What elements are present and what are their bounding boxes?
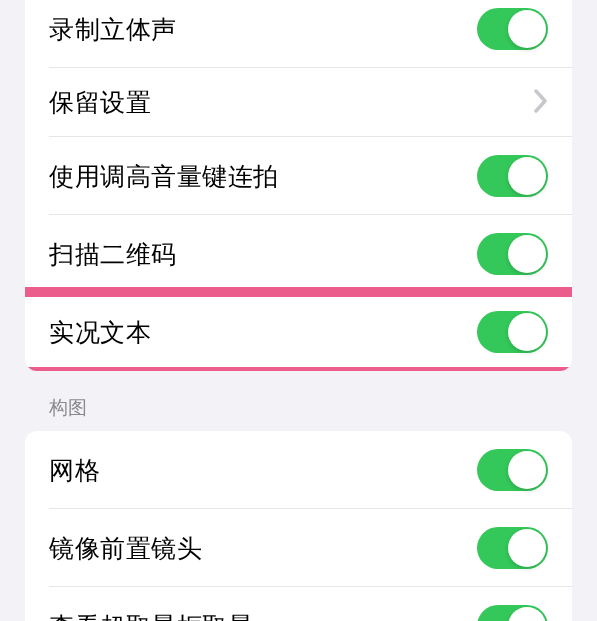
- label-preserve-settings: 保留设置: [49, 86, 151, 119]
- toggle-scan-qr[interactable]: [477, 233, 548, 275]
- label-volume-burst: 使用调高音量键连拍: [49, 160, 279, 193]
- row-grid: 网格: [25, 431, 572, 509]
- toggle-live-text[interactable]: [477, 311, 548, 353]
- label-mirror-front: 镜像前置镜头: [49, 532, 202, 565]
- toggle-grid[interactable]: [477, 449, 548, 491]
- row-preserve-settings[interactable]: 保留设置: [25, 68, 572, 137]
- label-scan-qr: 扫描二维码: [49, 238, 177, 271]
- toggle-volume-burst[interactable]: [477, 155, 548, 197]
- row-view-outside-frame: 查看超取景框取景: [25, 587, 572, 621]
- section-header-composition: 构图: [25, 371, 572, 431]
- label-live-text: 实况文本: [49, 316, 151, 349]
- row-record-stereo: 录制立体声: [25, 0, 572, 68]
- label-view-outside-frame: 查看超取景框取景: [49, 610, 253, 622]
- row-mirror-front: 镜像前置镜头: [25, 509, 572, 587]
- chevron-right-icon: [534, 89, 548, 117]
- settings-section-1: 录制立体声 保留设置 使用调高音量键连拍 扫描二维码 实况文本: [25, 0, 572, 371]
- settings-section-2: 网格 镜像前置镜头 查看超取景框取景: [25, 431, 572, 621]
- label-grid: 网格: [49, 454, 100, 487]
- toggle-record-stereo[interactable]: [477, 8, 548, 50]
- toggle-view-outside-frame[interactable]: [477, 605, 548, 621]
- row-volume-burst: 使用调高音量键连拍: [25, 137, 572, 215]
- row-live-text: 实况文本: [25, 293, 572, 371]
- toggle-mirror-front[interactable]: [477, 527, 548, 569]
- highlighted-row-wrapper: 实况文本: [25, 293, 572, 371]
- label-record-stereo: 录制立体声: [49, 13, 177, 46]
- row-scan-qr: 扫描二维码: [25, 215, 572, 293]
